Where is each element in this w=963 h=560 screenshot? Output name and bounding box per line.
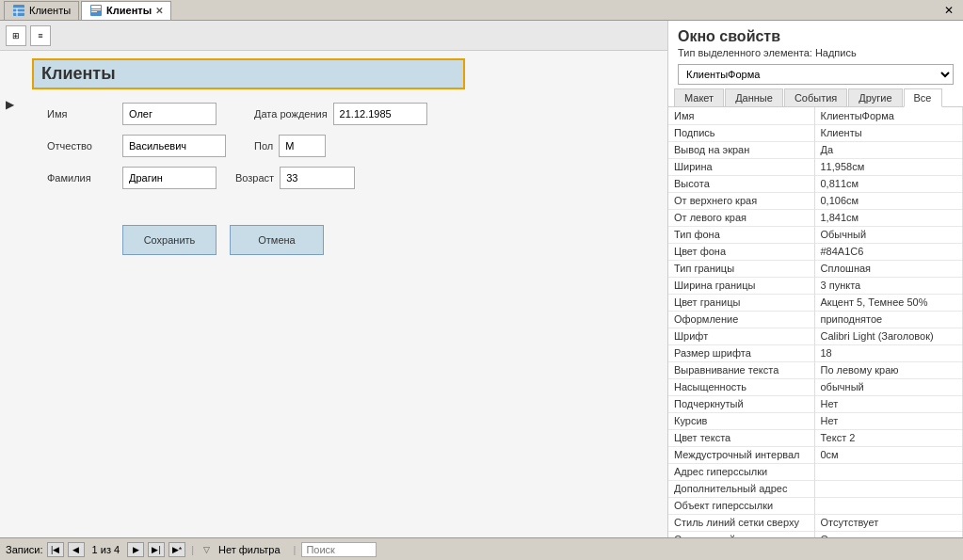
table-icon [12, 4, 25, 17]
nav-prev-btn[interactable]: ◀ [68, 542, 85, 557]
props-table: ИмяКлиентыФормаПодписьКлиентыВывод на эк… [668, 107, 963, 537]
table-row: Оформлениеприподнятое [668, 311, 963, 328]
table-row: ПодписьКлиенты [668, 124, 963, 141]
prop-value: По левому краю [814, 361, 963, 378]
prop-name: Дополнительный адрес [668, 480, 814, 497]
tab-other[interactable]: Другие [848, 88, 902, 106]
prop-value: 0,106см [814, 192, 963, 209]
prop-value: Текст 2 [814, 429, 963, 446]
window-close-btn[interactable]: ✕ [939, 4, 959, 17]
save-button[interactable]: Сохранить [122, 225, 217, 255]
records-current: 1 из 4 [88, 544, 124, 555]
fam-input[interactable] [122, 167, 217, 189]
prop-name: Имя [668, 107, 814, 124]
nav-first-btn[interactable]: |◀ [47, 542, 64, 557]
table-row: Вывод на экранДа [668, 141, 963, 158]
tab-bar: Клиенты Клиенты ✕ ✕ [0, 0, 963, 21]
svg-rect-7 [91, 11, 97, 12]
properties-panel: Окно свойств Тип выделенного элемента: Н… [668, 21, 963, 537]
nav-next-btn[interactable]: ▶ [127, 542, 144, 557]
nav-arrow[interactable]: ▶ [0, 51, 19, 264]
table-row: Стиль линий сетки сверхуОтсутствует [668, 514, 963, 531]
status-separator: | [191, 544, 194, 555]
prop-name: Курсив [668, 412, 814, 429]
prop-value: Сплошная [814, 260, 963, 277]
fam-label: Фамилия [47, 172, 122, 184]
status-bar: Записи: |◀ ◀ 1 из 4 ▶ ▶| ▶* | ▽ Нет филь… [0, 537, 963, 560]
prop-name: Ширина [668, 158, 814, 175]
prop-value: #84A1C6 [814, 243, 963, 260]
prop-value: 0см [814, 446, 963, 463]
table-row: Ширина11,958см [668, 158, 963, 175]
age-input[interactable] [280, 167, 355, 189]
prop-value: Клиенты [814, 124, 963, 141]
otch-label: Отчество [47, 140, 122, 152]
filter-label: Нет фильтра [218, 544, 281, 555]
prop-name: Подпись [668, 124, 814, 141]
table-row: Тип фонаОбычный [668, 226, 963, 243]
nav-last-btn[interactable]: ▶| [148, 542, 165, 557]
prop-value: Да [814, 141, 963, 158]
form-row-fam: Фамилия Возраст [47, 167, 639, 189]
svg-rect-0 [13, 5, 24, 16]
form-icon [89, 4, 103, 17]
table-row: От верхнего края0,106см [668, 192, 963, 209]
tab-form-label: Клиенты [106, 5, 152, 16]
props-dropdown-row: КлиентыФорма [668, 62, 963, 88]
tab-events[interactable]: События [784, 88, 847, 106]
prop-name: Тип фона [668, 226, 814, 243]
tab-layout[interactable]: Макет [674, 88, 724, 106]
prop-name: Ширина границы [668, 277, 814, 294]
prop-value: Нет [814, 412, 963, 429]
records-label: Записи: [6, 544, 43, 555]
tab-all[interactable]: Все [904, 88, 942, 107]
search-input[interactable] [301, 542, 377, 557]
prop-name: Объект гиперссылки [668, 497, 814, 514]
tab-table-label: Клиенты [29, 5, 71, 16]
prop-name: Стиль линий сетки снизу [668, 531, 814, 537]
svg-rect-6 [91, 9, 101, 10]
main-container: ⊞ ≡ ▶ Имя Дата рождения [0, 21, 963, 537]
table-row: Тип границыСплошная [668, 260, 963, 277]
name-input[interactable] [122, 103, 217, 125]
buttons-area: Сохранить Отмена [19, 206, 667, 264]
prop-name: Стиль линий сетки сверху [668, 514, 814, 531]
table-row: Цвет фона#84A1C6 [668, 243, 963, 260]
table-row: Выравнивание текстаПо левому краю [668, 361, 963, 378]
prop-name: Цвет границы [668, 294, 814, 311]
table-row: Дополнительный адрес [668, 480, 963, 497]
prop-name: Вывод на экран [668, 141, 814, 158]
subtitle-type: Надпись [815, 47, 857, 58]
prop-name: Высота [668, 175, 814, 192]
prop-value: Нет [814, 395, 963, 412]
props-dropdown[interactable]: КлиентыФорма [678, 64, 954, 85]
pol-input[interactable] [279, 135, 326, 157]
toolbar-grid-btn[interactable]: ⊞ [6, 25, 26, 46]
form-panel: ⊞ ≡ ▶ Имя Дата рождения [0, 21, 668, 537]
toolbar-list-btn[interactable]: ≡ [30, 25, 51, 46]
table-row: ИмяКлиентыФорма [668, 107, 963, 124]
prop-value: обычный [814, 378, 963, 395]
birthdate-input[interactable] [333, 103, 427, 125]
prop-name: Оформление [668, 311, 814, 328]
prop-name: От верхнего края [668, 192, 814, 209]
props-tabs: Макет Данные События Другие Все [668, 88, 963, 107]
age-label: Возраст [235, 172, 274, 184]
prop-name: Размер шрифта [668, 344, 814, 361]
prop-value: Обычный [814, 226, 963, 243]
prop-name: Подчеркнутый [668, 395, 814, 412]
prop-name: От левого края [668, 209, 814, 226]
prop-value: 0,811см [814, 175, 963, 192]
nav-new-btn[interactable]: ▶* [169, 542, 185, 557]
prop-name: Тип границы [668, 260, 814, 277]
prop-name: Выравнивание текста [668, 361, 814, 378]
cancel-button[interactable]: Отмена [230, 225, 324, 255]
form-title-input[interactable] [32, 58, 465, 89]
otch-input[interactable] [122, 135, 226, 157]
tab-table[interactable]: Клиенты [4, 1, 79, 20]
tab-data[interactable]: Данные [725, 88, 783, 106]
tab-form[interactable]: Клиенты ✕ [81, 1, 171, 20]
close-tab-btn[interactable]: ✕ [155, 6, 163, 16]
table-row: Междустрочный интервал0см [668, 446, 963, 463]
prop-value: Отсутствует [814, 514, 963, 531]
